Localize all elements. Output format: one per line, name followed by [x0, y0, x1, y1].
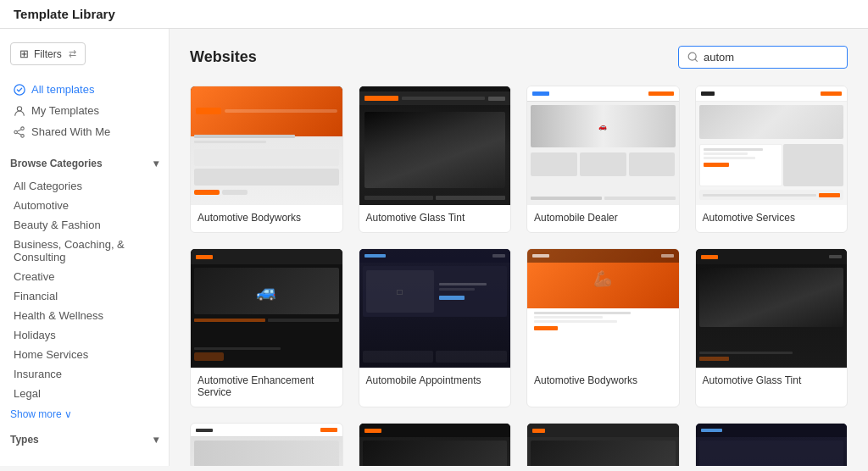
category-automotive[interactable]: Automotive [10, 196, 159, 215]
template-card[interactable] [359, 423, 512, 466]
category-insurance[interactable]: Insurance [10, 364, 159, 384]
browse-categories-chevron [153, 158, 159, 169]
search-icon [687, 52, 698, 63]
template-card[interactable]: Automotive Bodyworks [190, 86, 343, 233]
top-bar: Template Library [0, 0, 868, 29]
category-all[interactable]: All Categories [10, 176, 159, 196]
person-icon [14, 105, 25, 117]
category-creative[interactable]: Creative [10, 267, 159, 286]
template-card[interactable]: Automotive Glass Tint [695, 248, 849, 407]
template-card[interactable]: 🦾 [526, 248, 680, 407]
template-card[interactable] [526, 423, 680, 466]
template-card[interactable] [695, 423, 849, 466]
nav-item-all-templates[interactable]: All templates [10, 79, 159, 100]
types-label: Types [10, 434, 39, 446]
browse-categories-label: Browse Categories [10, 158, 103, 169]
svg-point-3 [21, 134, 25, 137]
show-more-chevron: ∨ [64, 408, 72, 420]
shared-with-me-label: Shared With Me [31, 125, 110, 138]
my-templates-label: My Templates [31, 104, 99, 117]
filter-icon: ⊞ [19, 47, 29, 60]
share-icon [14, 126, 25, 138]
template-card[interactable]: Automotive Glass Tint [359, 86, 512, 233]
template-card[interactable]: Automotive Services [695, 86, 849, 233]
filters-arrows-icon: ⇄ [69, 48, 76, 59]
search-input[interactable] [704, 51, 838, 64]
types-chevron [153, 434, 159, 446]
browse-categories-header[interactable]: Browse Categories [10, 158, 159, 169]
page-title: Template Library [14, 7, 115, 21]
svg-point-1 [17, 106, 21, 110]
category-financial[interactable]: Financial [10, 286, 159, 306]
filters-button[interactable]: ⊞ Filters ⇄ [10, 42, 86, 65]
template-card[interactable] [190, 423, 343, 466]
template-name: Automotive Enhancement Service [191, 368, 342, 407]
all-templates-label: All templates [31, 83, 94, 96]
category-health[interactable]: Health & Wellness [10, 306, 159, 325]
category-home-services[interactable]: Home Services [10, 345, 159, 364]
template-name: Automobile Dealer [527, 205, 679, 232]
show-more-label: Show more [10, 408, 62, 420]
template-name: Automotive Bodyworks [527, 368, 679, 395]
template-name: Automotive Services [696, 205, 848, 232]
svg-point-2 [21, 126, 25, 130]
template-name: Automobile Appointments [359, 368, 511, 395]
template-name: Automotive Glass Tint [359, 205, 511, 232]
category-beauty[interactable]: Beauty & Fashion [10, 215, 159, 235]
template-name: Automotive Glass Tint [696, 368, 848, 395]
templates-grid: Automotive Bodyworks [190, 86, 848, 466]
show-more-btn[interactable]: Show more ∨ [10, 408, 159, 420]
svg-point-4 [14, 130, 18, 134]
nav-item-shared-with-me[interactable]: Shared With Me [10, 121, 159, 142]
template-card[interactable]: 🚙 Automotive Enhancement Service [190, 248, 343, 407]
template-card[interactable]: 🚗 Automobile Dea [526, 86, 680, 233]
section-title: Websites [190, 48, 257, 66]
category-legal[interactable]: Legal [10, 384, 159, 403]
types-header[interactable]: Types [10, 434, 159, 446]
nav-item-my-templates[interactable]: My Templates [10, 100, 159, 121]
search-box[interactable] [678, 46, 848, 69]
filters-label: Filters [34, 48, 62, 60]
circle-check-icon [14, 84, 25, 96]
template-name: Automotive Bodyworks [191, 205, 342, 232]
template-card[interactable]: □ Automobile Appointme [359, 248, 512, 407]
categories-list: All Categories Automotive Beauty & Fashi… [10, 176, 159, 403]
nav-section: All templates My Templates Shared With M… [10, 79, 159, 142]
category-business[interactable]: Business, Coaching, & Consulting [10, 235, 159, 267]
sidebar: ⊞ Filters ⇄ All templates My Templates [0, 29, 170, 466]
content-area: Websites [170, 29, 868, 466]
content-header: Websites [190, 46, 848, 69]
category-holidays[interactable]: Holidays [10, 325, 159, 345]
